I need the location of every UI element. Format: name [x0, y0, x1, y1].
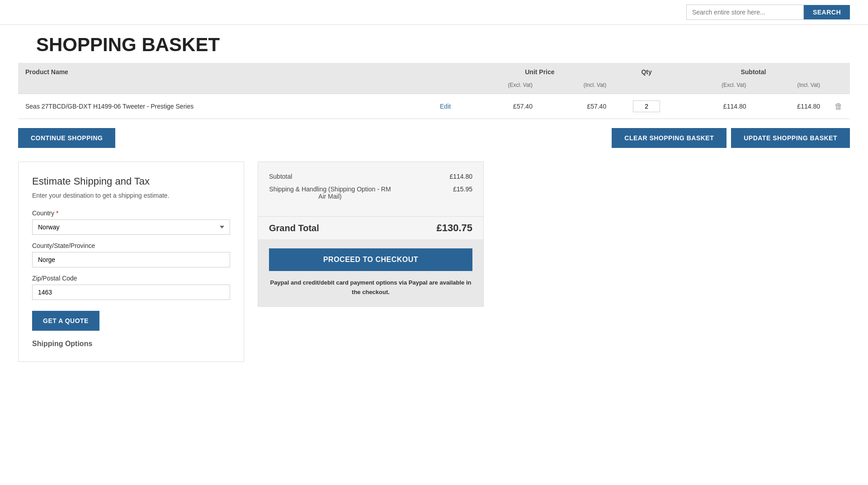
col-subheader-excl-sub: (Excl. Vat) [679, 81, 753, 94]
summary-rows: Subtotal £114.80 Shipping & Handling (Sh… [258, 162, 483, 216]
col-header-del [827, 63, 850, 81]
edit-link[interactable]: Edit [440, 103, 451, 110]
shipping-row: Shipping & Handling (Shipping Option - R… [269, 185, 472, 200]
continue-shopping-button[interactable]: CONTINUE SHOPPING [18, 128, 115, 148]
subtotal-label: Subtotal [269, 173, 292, 180]
search-wrapper: SEARCH [686, 5, 850, 20]
shipping-description: Enter your destination to get a shipping… [32, 191, 230, 200]
delete-cell: 🗑 [827, 94, 850, 119]
main-content: SHOPPING BASKET Product Name Unit Price … [0, 25, 868, 380]
zip-input[interactable] [32, 285, 230, 300]
col-subheader-incl-price: (Incl. Vat) [540, 81, 613, 94]
shipping-panel: Estimate Shipping and Tax Enter your des… [18, 162, 244, 362]
search-button[interactable]: SEARCH [804, 5, 850, 19]
grand-total-label: Grand Total [269, 223, 319, 233]
grand-total-value: £130.75 [436, 222, 472, 234]
required-star: * [54, 209, 58, 217]
county-label: County/State/Province [32, 242, 230, 249]
shipping-options-section: Shipping Options [32, 340, 230, 348]
sub-incl: £114.80 [753, 94, 827, 119]
col-header-unit-price: Unit Price [466, 63, 614, 81]
get-quote-button[interactable]: GET A QUOTE [32, 311, 99, 331]
col-header-qty: Qty [613, 63, 679, 81]
cart-table: Product Name Unit Price Qty Subtotal (Ex… [18, 63, 850, 119]
clear-basket-button[interactable]: CLEAR SHOPPING BASKET [612, 128, 726, 148]
shipping-label: Shipping & Handling (Shipping Option - R… [269, 185, 391, 200]
zip-group: Zip/Postal Code [32, 275, 230, 300]
col-subheader-excl-price: (Excl. Vat) [466, 81, 540, 94]
checkout-section: PROCEED TO CHECKOUT Paypal and credit/de… [258, 239, 483, 306]
shipping-title: Estimate Shipping and Tax [32, 176, 230, 187]
col-header-subtotal: Subtotal [679, 63, 827, 81]
search-input[interactable] [686, 5, 804, 20]
qty-cell [613, 94, 679, 119]
subtotal-row: Subtotal £114.80 [269, 173, 472, 180]
cart-actions: CONTINUE SHOPPING CLEAR SHOPPING BASKET … [18, 128, 850, 148]
subtotal-value: £114.80 [449, 173, 472, 180]
shipping-value: £15.95 [453, 185, 472, 193]
table-row: Seas 27TBCD/GB-DXT H1499-06 Tweeter - Pr… [18, 94, 850, 119]
county-group: County/State/Province [32, 242, 230, 267]
delete-icon[interactable]: 🗑 [835, 102, 843, 111]
qty-input[interactable] [633, 100, 660, 112]
page-title: SHOPPING BASKET [18, 25, 850, 63]
lower-section: Estimate Shipping and Tax Enter your des… [18, 162, 850, 362]
edit-cell: Edit [425, 94, 466, 119]
header: SEARCH [0, 0, 868, 25]
paypal-notice: Paypal and credit/debit card payment opt… [269, 278, 472, 297]
sub-excl: £114.80 [679, 94, 753, 119]
price-excl: £57.40 [466, 94, 540, 119]
proceed-checkout-button[interactable]: PROCEED TO CHECKOUT [269, 248, 472, 271]
country-group: Country * Norway [32, 209, 230, 235]
country-label: Country * [32, 209, 230, 217]
col-header-edit [425, 63, 466, 81]
update-basket-button[interactable]: UPDATE SHOPPING BASKET [731, 128, 850, 148]
col-header-product: Product Name [18, 63, 425, 81]
grand-total-row: Grand Total £130.75 [258, 216, 483, 239]
right-buttons: CLEAR SHOPPING BASKET UPDATE SHOPPING BA… [612, 128, 850, 148]
county-input[interactable] [32, 252, 230, 267]
price-incl: £57.40 [540, 94, 613, 119]
country-select[interactable]: Norway [32, 219, 230, 235]
product-name: Seas 27TBCD/GB-DXT H1499-06 Tweeter - Pr… [18, 94, 425, 119]
col-subheader-incl-sub: (Incl. Vat) [753, 81, 827, 94]
zip-label: Zip/Postal Code [32, 275, 230, 282]
order-summary-panel: Subtotal £114.80 Shipping & Handling (Sh… [258, 162, 484, 307]
